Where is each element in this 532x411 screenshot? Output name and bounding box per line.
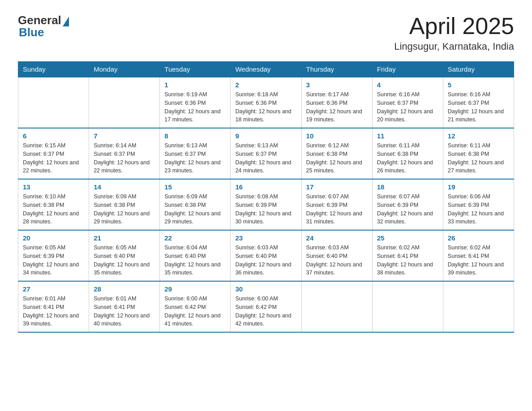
day-info: Sunrise: 6:11 AM Sunset: 6:38 PM Dayligh… <box>448 141 509 175</box>
day-info: Sunrise: 6:07 AM Sunset: 6:39 PM Dayligh… <box>377 193 438 226</box>
table-row: 29Sunrise: 6:00 AM Sunset: 6:42 PM Dayli… <box>160 281 231 332</box>
logo-triangle-icon <box>63 17 69 26</box>
day-info: Sunrise: 6:18 AM Sunset: 6:36 PM Dayligh… <box>235 90 296 124</box>
table-row: 10Sunrise: 6:12 AM Sunset: 6:38 PM Dayli… <box>301 128 372 179</box>
page-header: General Blue April 2025 Lingsugur, Karna… <box>18 13 514 52</box>
day-info: Sunrise: 6:09 AM Sunset: 6:38 PM Dayligh… <box>94 193 155 226</box>
day-number: 18 <box>377 183 438 191</box>
table-row <box>18 77 89 128</box>
day-number: 26 <box>448 234 509 242</box>
day-info: Sunrise: 6:17 AM Sunset: 6:36 PM Dayligh… <box>306 90 368 124</box>
day-info: Sunrise: 6:05 AM Sunset: 6:40 PM Dayligh… <box>94 244 155 277</box>
table-row: 20Sunrise: 6:05 AM Sunset: 6:39 PM Dayli… <box>18 230 89 281</box>
day-info: Sunrise: 6:14 AM Sunset: 6:37 PM Dayligh… <box>94 141 155 175</box>
table-row <box>301 281 372 332</box>
col-saturday: Saturday <box>443 62 514 77</box>
day-info: Sunrise: 6:05 AM Sunset: 6:39 PM Dayligh… <box>23 244 84 277</box>
table-row: 25Sunrise: 6:02 AM Sunset: 6:41 PM Dayli… <box>372 230 443 281</box>
day-info: Sunrise: 6:00 AM Sunset: 6:42 PM Dayligh… <box>235 295 296 328</box>
day-info: Sunrise: 6:03 AM Sunset: 6:40 PM Dayligh… <box>235 244 296 277</box>
day-number: 11 <box>377 132 438 140</box>
calendar-week-row: 20Sunrise: 6:05 AM Sunset: 6:39 PM Dayli… <box>18 230 514 281</box>
table-row: 2Sunrise: 6:18 AM Sunset: 6:36 PM Daylig… <box>231 77 301 128</box>
table-row: 12Sunrise: 6:11 AM Sunset: 6:38 PM Dayli… <box>443 128 514 179</box>
day-number: 24 <box>306 234 368 242</box>
day-number: 23 <box>235 234 296 242</box>
table-row: 15Sunrise: 6:09 AM Sunset: 6:38 PM Dayli… <box>160 179 231 230</box>
day-info: Sunrise: 6:09 AM Sunset: 6:38 PM Dayligh… <box>164 193 226 226</box>
day-number: 20 <box>23 234 84 242</box>
day-info: Sunrise: 6:12 AM Sunset: 6:38 PM Dayligh… <box>306 141 368 175</box>
day-info: Sunrise: 6:03 AM Sunset: 6:40 PM Dayligh… <box>306 244 368 277</box>
table-row: 24Sunrise: 6:03 AM Sunset: 6:40 PM Dayli… <box>301 230 372 281</box>
table-row: 5Sunrise: 6:16 AM Sunset: 6:37 PM Daylig… <box>443 77 514 128</box>
day-number: 7 <box>94 132 155 140</box>
day-number: 28 <box>94 285 155 293</box>
logo: General Blue <box>18 13 69 39</box>
day-info: Sunrise: 6:01 AM Sunset: 6:41 PM Dayligh… <box>94 295 155 328</box>
table-row <box>89 77 160 128</box>
day-number: 29 <box>164 285 226 293</box>
col-sunday: Sunday <box>18 62 89 77</box>
calendar-header-row: Sunday Monday Tuesday Wednesday Thursday… <box>18 62 514 77</box>
day-number: 30 <box>235 285 296 293</box>
table-row: 17Sunrise: 6:07 AM Sunset: 6:39 PM Dayli… <box>301 179 372 230</box>
col-monday: Monday <box>89 62 160 77</box>
day-number: 25 <box>377 234 438 242</box>
day-number: 5 <box>448 81 509 89</box>
day-number: 27 <box>23 285 84 293</box>
day-info: Sunrise: 6:19 AM Sunset: 6:36 PM Dayligh… <box>164 90 226 124</box>
calendar-week-row: 1Sunrise: 6:19 AM Sunset: 6:36 PM Daylig… <box>18 77 514 128</box>
day-number: 12 <box>448 132 509 140</box>
day-number: 10 <box>306 132 368 140</box>
location-title: Lingsugur, Karnataka, India <box>394 41 514 52</box>
day-number: 14 <box>94 183 155 191</box>
table-row <box>372 281 443 332</box>
col-wednesday: Wednesday <box>231 62 301 77</box>
col-friday: Friday <box>372 62 443 77</box>
table-row <box>443 281 514 332</box>
day-number: 8 <box>164 132 226 140</box>
day-info: Sunrise: 6:04 AM Sunset: 6:40 PM Dayligh… <box>164 244 226 277</box>
table-row: 9Sunrise: 6:13 AM Sunset: 6:37 PM Daylig… <box>231 128 301 179</box>
day-number: 15 <box>164 183 226 191</box>
col-tuesday: Tuesday <box>160 62 231 77</box>
logo-blue-text: Blue <box>19 26 44 39</box>
table-row: 14Sunrise: 6:09 AM Sunset: 6:38 PM Dayli… <box>89 179 160 230</box>
table-row: 7Sunrise: 6:14 AM Sunset: 6:37 PM Daylig… <box>89 128 160 179</box>
table-row: 1Sunrise: 6:19 AM Sunset: 6:36 PM Daylig… <box>160 77 231 128</box>
day-info: Sunrise: 6:01 AM Sunset: 6:41 PM Dayligh… <box>23 295 84 328</box>
table-row: 22Sunrise: 6:04 AM Sunset: 6:40 PM Dayli… <box>160 230 231 281</box>
table-row: 30Sunrise: 6:00 AM Sunset: 6:42 PM Dayli… <box>231 281 301 332</box>
day-info: Sunrise: 6:11 AM Sunset: 6:38 PM Dayligh… <box>377 141 438 175</box>
day-info: Sunrise: 6:15 AM Sunset: 6:37 PM Dayligh… <box>23 141 84 175</box>
table-row: 11Sunrise: 6:11 AM Sunset: 6:38 PM Dayli… <box>372 128 443 179</box>
day-info: Sunrise: 6:10 AM Sunset: 6:38 PM Dayligh… <box>23 193 84 226</box>
day-number: 16 <box>235 183 296 191</box>
day-info: Sunrise: 6:02 AM Sunset: 6:41 PM Dayligh… <box>448 244 509 277</box>
calendar-week-row: 27Sunrise: 6:01 AM Sunset: 6:41 PM Dayli… <box>18 281 514 332</box>
day-info: Sunrise: 6:16 AM Sunset: 6:37 PM Dayligh… <box>448 90 509 124</box>
table-row: 3Sunrise: 6:17 AM Sunset: 6:36 PM Daylig… <box>301 77 372 128</box>
day-info: Sunrise: 6:06 AM Sunset: 6:39 PM Dayligh… <box>448 193 509 226</box>
day-number: 13 <box>23 183 84 191</box>
table-row: 6Sunrise: 6:15 AM Sunset: 6:37 PM Daylig… <box>18 128 89 179</box>
table-row: 21Sunrise: 6:05 AM Sunset: 6:40 PM Dayli… <box>89 230 160 281</box>
table-row: 27Sunrise: 6:01 AM Sunset: 6:41 PM Dayli… <box>18 281 89 332</box>
table-row: 23Sunrise: 6:03 AM Sunset: 6:40 PM Dayli… <box>231 230 301 281</box>
table-row: 16Sunrise: 6:08 AM Sunset: 6:39 PM Dayli… <box>231 179 301 230</box>
table-row: 18Sunrise: 6:07 AM Sunset: 6:39 PM Dayli… <box>372 179 443 230</box>
month-title: April 2025 <box>394 13 514 39</box>
day-info: Sunrise: 6:02 AM Sunset: 6:41 PM Dayligh… <box>377 244 438 277</box>
day-number: 17 <box>306 183 368 191</box>
table-row: 8Sunrise: 6:13 AM Sunset: 6:37 PM Daylig… <box>160 128 231 179</box>
title-section: April 2025 Lingsugur, Karnataka, India <box>394 13 514 52</box>
day-number: 21 <box>94 234 155 242</box>
table-row: 4Sunrise: 6:16 AM Sunset: 6:37 PM Daylig… <box>372 77 443 128</box>
day-number: 6 <box>23 132 84 140</box>
table-row: 13Sunrise: 6:10 AM Sunset: 6:38 PM Dayli… <box>18 179 89 230</box>
col-thursday: Thursday <box>301 62 372 77</box>
day-info: Sunrise: 6:00 AM Sunset: 6:42 PM Dayligh… <box>164 295 226 328</box>
day-info: Sunrise: 6:08 AM Sunset: 6:39 PM Dayligh… <box>235 193 296 226</box>
day-number: 22 <box>164 234 226 242</box>
